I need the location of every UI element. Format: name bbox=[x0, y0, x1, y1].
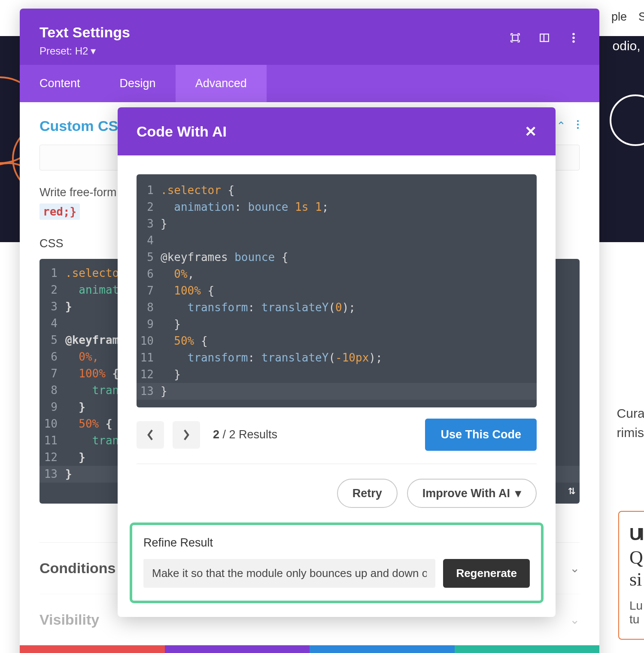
cancel-button[interactable] bbox=[20, 645, 165, 653]
expand-icon[interactable] bbox=[509, 32, 521, 44]
tabs: Content Design Advanced bbox=[20, 65, 599, 102]
ai-header: Code With AI ✕ bbox=[118, 107, 556, 155]
svg-point-11 bbox=[577, 127, 579, 129]
panel-title: Text Settings bbox=[39, 24, 580, 41]
collapse-icon[interactable]: ⌃ bbox=[556, 119, 566, 133]
preset-label: Preset: H2 bbox=[39, 45, 88, 57]
code-l8: tran bbox=[92, 384, 119, 397]
prev-result-button[interactable] bbox=[137, 421, 164, 449]
feature-card: UI Q si Lu tu bbox=[618, 511, 644, 640]
code-l5: @keyfram bbox=[65, 332, 119, 349]
improve-with-ai-button[interactable]: Improve With AI ▾ bbox=[407, 479, 537, 508]
code-l3: } bbox=[65, 298, 72, 315]
section-menu-icon[interactable] bbox=[576, 119, 580, 133]
header-icon-row bbox=[509, 32, 580, 44]
card-text-lu: Lu bbox=[629, 599, 644, 613]
bg-text-ple: ple bbox=[611, 10, 627, 24]
ai-result-nav: 2 / 2 Results Use This Code bbox=[137, 419, 537, 464]
code-l6: 0%, bbox=[79, 350, 99, 363]
code-l9: } bbox=[79, 401, 85, 413]
ai-title: Code With AI bbox=[137, 123, 227, 140]
svg-rect-3 bbox=[513, 35, 518, 41]
code-l13: } bbox=[65, 466, 72, 483]
kebab-menu-icon[interactable] bbox=[568, 32, 580, 44]
card-heading-q: Q bbox=[629, 547, 644, 568]
svg-point-9 bbox=[577, 120, 579, 122]
tab-advanced[interactable]: Advanced bbox=[176, 65, 267, 102]
custom-css-title: Custom CSS bbox=[39, 118, 128, 134]
ai-l1-sel: .selector bbox=[161, 184, 221, 197]
panel-header: Text Settings Preset: H2 ▾ bbox=[20, 9, 599, 65]
card-text-tu: tu bbox=[629, 613, 644, 626]
chevron-down-icon: ⌄ bbox=[570, 613, 580, 627]
conditions-title: Conditions bbox=[39, 560, 116, 577]
refine-result-box: Refine Result Regenerate bbox=[130, 522, 544, 603]
close-icon[interactable]: ✕ bbox=[525, 123, 537, 140]
swap-icon[interactable]: ⇅ bbox=[568, 481, 575, 499]
code-l11: tran bbox=[92, 434, 119, 447]
code-with-ai-panel: Code With AI ✕ 1.selector { 2 animation:… bbox=[118, 107, 556, 617]
tab-content[interactable]: Content bbox=[20, 65, 100, 102]
preset-dropdown[interactable]: Preset: H2 ▾ bbox=[39, 45, 96, 57]
svg-point-6 bbox=[572, 33, 574, 35]
svg-point-7 bbox=[572, 36, 574, 39]
code-l2: animat bbox=[79, 283, 119, 296]
retry-button[interactable]: Retry bbox=[337, 479, 398, 508]
undo-button[interactable] bbox=[165, 645, 310, 653]
confirm-button[interactable] bbox=[455, 645, 600, 653]
panel-action-bar bbox=[20, 645, 599, 653]
example-snippet: red;} bbox=[39, 203, 80, 220]
results-counter: 2 / 2 Results bbox=[213, 428, 277, 441]
bg-text-sa: Sa bbox=[638, 10, 644, 24]
svg-point-10 bbox=[577, 124, 579, 125]
flask-icon: UI bbox=[629, 525, 644, 544]
redo-button[interactable] bbox=[310, 645, 455, 653]
regenerate-button[interactable]: Regenerate bbox=[443, 559, 530, 588]
chevron-down-icon: ▾ bbox=[515, 486, 521, 500]
chevron-down-icon: ⌄ bbox=[570, 561, 580, 575]
ai-secondary-actions: Retry Improve With AI ▾ bbox=[137, 464, 537, 522]
svg-point-8 bbox=[572, 40, 574, 43]
code-l12: } bbox=[79, 451, 85, 464]
layout-icon[interactable] bbox=[538, 32, 550, 44]
chevron-down-icon: ▾ bbox=[91, 45, 96, 57]
refine-input[interactable] bbox=[143, 559, 435, 588]
tab-design[interactable]: Design bbox=[100, 65, 176, 102]
bg-para-right: Curabitur rimis in f bbox=[617, 404, 644, 442]
bg-text-odio: odio, bla bbox=[613, 39, 644, 53]
next-result-button[interactable] bbox=[173, 421, 200, 449]
card-heading-si: si bbox=[629, 568, 644, 590]
use-this-code-button[interactable]: Use This Code bbox=[425, 419, 537, 451]
improve-label: Improve With AI bbox=[422, 487, 510, 500]
refine-title: Refine Result bbox=[143, 536, 530, 550]
ai-code-preview: 1.selector { 2 animation: bounce 1s 1; 3… bbox=[137, 174, 537, 407]
code-l1: .selecto bbox=[65, 267, 119, 279]
visibility-title: Visibility bbox=[39, 611, 99, 628]
